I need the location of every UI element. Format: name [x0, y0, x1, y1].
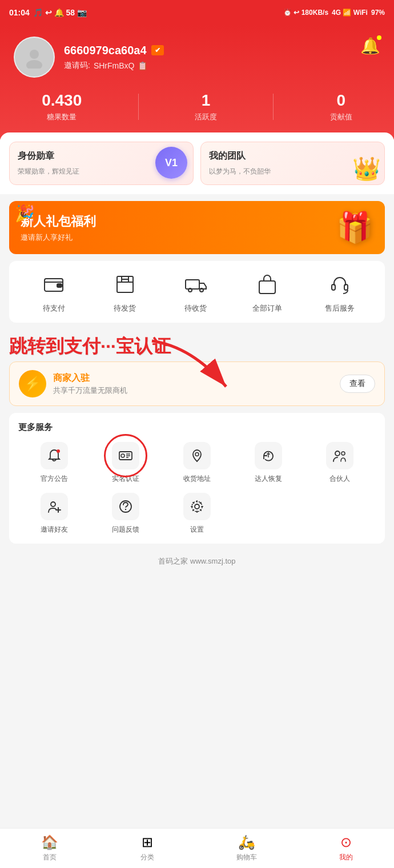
team-card[interactable]: 我的团队 以梦为马，不负韶华 👑	[200, 142, 385, 185]
package-icon	[114, 273, 136, 296]
copy-icon[interactable]: 📋	[138, 61, 147, 70]
wallet-icon	[42, 273, 65, 296]
service-feedback[interactable]: 问题反馈	[90, 493, 161, 535]
svg-point-7	[200, 288, 203, 292]
service-announcement[interactable]: 官方公告	[18, 442, 90, 484]
more-services-title: 更多服务	[18, 422, 376, 433]
order-all[interactable]: 全部订单	[252, 270, 282, 314]
nav-category[interactable]: ⊞ 分类	[140, 834, 154, 862]
id-card-service-icon	[112, 442, 139, 469]
invite-code-row: 邀请码: SHrFmBxQ 📋	[64, 61, 164, 71]
nav-home[interactable]: 🏠 首页	[41, 834, 58, 862]
order-pending-receive[interactable]: 待收货	[182, 270, 210, 314]
svg-point-14	[121, 454, 124, 457]
status-icons: ⏰ ↩ 180KB/s 4G 📶 WiFi 97%	[283, 9, 385, 17]
avatar[interactable]	[14, 37, 55, 78]
order-aftersale[interactable]: 售后服务	[325, 270, 355, 314]
nav-cart[interactable]: 🛵 购物车	[236, 834, 257, 862]
service-address[interactable]: 收货地址	[161, 442, 232, 484]
user-nav-icon: ⊙	[340, 834, 352, 850]
order-section: 待支付 待发货	[9, 261, 385, 323]
watermark: 首码之家 www.smzj.top	[0, 550, 394, 612]
svg-point-22	[341, 452, 345, 455]
svg-point-18	[195, 453, 199, 456]
grid-nav-icon: ⊞	[142, 834, 153, 850]
confetti-decoration: 🎉	[15, 204, 35, 223]
svg-point-21	[335, 451, 340, 456]
status-bar: 01:04 🎵 ↩ 🔔 58 📷 ⏰ ↩ 180KB/s 4G 📶 WiFi 9…	[0, 0, 394, 25]
cards-section: 身份勋章 荣耀勋章，辉煌见证 V1 我的团队 以梦为马，不负韶华 👑	[0, 132, 394, 194]
cart-nav-icon: 🛵	[238, 834, 255, 850]
service-restore[interactable]: 达人恢复	[233, 442, 304, 484]
profile-name: 6660979ca60a4 ✔	[64, 44, 164, 57]
notification-dot	[377, 35, 381, 40]
gift-icon: 🎁	[336, 210, 373, 245]
service-partner[interactable]: 合伙人	[304, 442, 376, 484]
nav-mine[interactable]: ⊙ 我的	[339, 834, 353, 862]
bell-icon: 🔔	[360, 37, 380, 55]
truck-icon	[184, 273, 207, 296]
avatar-icon	[23, 46, 46, 69]
stat-contribution: 0 贡献值	[330, 91, 352, 122]
more-services-section: 更多服务 官方公告	[9, 413, 385, 544]
annotation-block: 跳转到支付···宝认证	[0, 329, 394, 357]
svg-point-27	[125, 509, 126, 510]
location-service-icon	[183, 442, 211, 469]
home-nav-icon: 🏠	[41, 834, 58, 850]
stats-row: 0.430 糖果数量 1 活跃度 0 贡献值	[14, 91, 380, 122]
notification-bell[interactable]: 🔔	[360, 37, 380, 55]
svg-rect-8	[259, 281, 275, 294]
service-invite[interactable]: 邀请好友	[18, 493, 90, 535]
svg-point-1	[26, 60, 42, 69]
v1-badge: V1	[155, 147, 187, 179]
order-pending-pay[interactable]: 待支付	[39, 270, 68, 314]
merchant-view-button[interactable]: 查看	[340, 375, 375, 393]
identity-badge-card[interactable]: 身份勋章 荣耀勋章，辉煌见证 V1	[9, 142, 194, 185]
svg-point-0	[30, 50, 39, 59]
svg-point-28	[195, 504, 199, 509]
status-time: 01:04 🎵 ↩ 🔔 58 📷	[9, 8, 87, 17]
order-pending-ship[interactable]: 待发货	[111, 270, 139, 314]
profile-header: 6660979ca60a4 ✔ 邀请码: SHrFmBxQ 📋 🔔 0.430 …	[0, 25, 394, 139]
svg-point-23	[51, 502, 55, 507]
bell-service-icon	[41, 442, 68, 469]
bottom-nav: 🏠 首页 ⊞ 分类 🛵 购物车 ⊙ 我的	[0, 828, 394, 868]
new-user-banner[interactable]: 🎉 新人礼包福利 邀请新人享好礼 🎁	[9, 201, 385, 254]
add-friend-service-icon	[41, 493, 68, 520]
services-grid: 官方公告 实名认证	[18, 442, 376, 535]
stat-activity: 1 活跃度	[195, 91, 217, 122]
annotation-arrow	[135, 335, 249, 404]
headset-icon	[328, 273, 351, 296]
service-settings[interactable]: 设置	[161, 493, 232, 535]
settings-service-icon	[183, 493, 211, 520]
question-service-icon	[112, 493, 139, 520]
merchant-icon: ⚡	[19, 370, 46, 397]
service-realname[interactable]: 实名认证	[90, 442, 161, 484]
svg-point-6	[188, 288, 192, 292]
partner-service-icon	[326, 442, 353, 469]
restore-service-icon	[255, 442, 282, 469]
svg-point-12	[57, 449, 60, 453]
verify-badge: ✔	[151, 45, 164, 55]
stat-candy: 0.430 糖果数量	[42, 91, 82, 122]
svg-rect-5	[186, 280, 199, 289]
svg-rect-3	[57, 284, 62, 287]
crown-icon: 👑	[352, 156, 381, 181]
bag-icon	[256, 273, 279, 296]
